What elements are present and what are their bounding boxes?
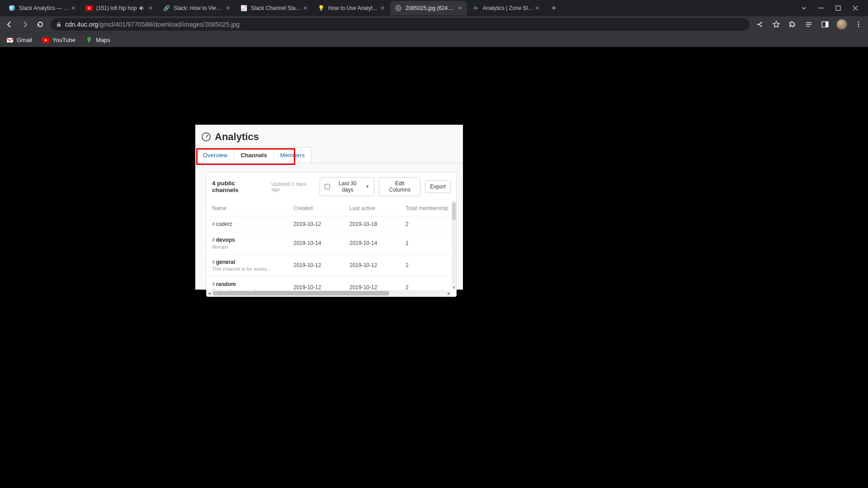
svg-rect-5	[475, 9, 476, 10]
analytics-header: Analytics	[195, 125, 463, 147]
tab-slack-howto[interactable]: 🔗 Slack: How to View Ch ✕	[158, 1, 235, 15]
date-range-dropdown[interactable]: Last 30 days ▼	[320, 177, 374, 196]
horizontal-scrollbar[interactable]: ◄ ►	[207, 290, 452, 296]
chevron-down-icon: ▼	[365, 184, 369, 189]
cell-last-active: 2019-10-14	[344, 232, 400, 254]
close-icon[interactable]: ✕	[224, 5, 231, 12]
lightbulb-icon: 💡	[317, 5, 325, 12]
channel-count-label: 4 public channels	[212, 180, 262, 193]
page-title: Analytics	[215, 131, 259, 143]
cell-last-active: 2019-10-12	[344, 254, 400, 277]
cell-created: 2019-10-12	[288, 254, 344, 277]
slack-icon	[472, 5, 479, 12]
back-button[interactable]	[5, 19, 14, 29]
bookmark-maps[interactable]: Maps	[85, 37, 110, 44]
gauge-icon	[202, 132, 211, 141]
tab-strip: 🧊 Slack Analytics — So ✕ (151) lofi hip …	[0, 0, 868, 16]
kebab-menu-icon[interactable]	[854, 19, 863, 29]
cell-total: 2	[400, 216, 456, 232]
col-created[interactable]: Created	[288, 201, 344, 216]
svg-point-15	[858, 24, 859, 25]
maximize-icon[interactable]	[835, 5, 842, 12]
close-icon[interactable]: ✕	[70, 5, 77, 12]
svg-rect-2	[473, 8, 475, 9]
table-header-row: Name Created Last active Total membershi…	[207, 201, 456, 216]
tab-slack-analytics[interactable]: 🧊 Slack Analytics — So ✕	[4, 1, 80, 15]
tab-title: Analytics | Zone Slack	[483, 5, 533, 11]
close-icon[interactable]: ✕	[456, 5, 463, 12]
tab-image-file[interactable]: 2085025.jpg (624×38 ✕	[390, 1, 467, 15]
bookmark-star-icon[interactable]	[771, 19, 781, 29]
svg-point-11	[757, 23, 759, 25]
col-name[interactable]: Name	[207, 201, 288, 216]
svg-point-10	[760, 25, 762, 27]
tab-slack-channel-stats[interactable]: 📈 Slack Channel Statistic ✕	[236, 1, 312, 15]
youtube-icon	[42, 37, 49, 44]
tab-title: How to Use Analytics	[328, 5, 379, 11]
close-icon[interactable]: ✕	[533, 5, 541, 12]
close-icon[interactable]: ✕	[302, 5, 309, 12]
svg-rect-3	[476, 8, 478, 9]
side-panel-icon[interactable]	[820, 19, 830, 29]
extensions-icon[interactable]	[788, 19, 797, 29]
table-row[interactable]: #coderz2019-10-122019-10-182	[207, 216, 456, 232]
calendar-icon	[325, 184, 330, 189]
scrollbar-thumb[interactable]	[213, 291, 389, 296]
hash-icon: #	[212, 221, 215, 227]
reading-list-icon[interactable]	[804, 19, 814, 29]
table-row[interactable]: #devopsdevops2019-10-142019-10-141	[207, 232, 456, 254]
svg-rect-8	[57, 24, 61, 27]
share-icon[interactable]	[755, 19, 765, 29]
analytics-screenshot: Analytics Overview Channels Members 4 pu…	[195, 125, 463, 290]
channels-table-wrap: Name Created Last active Total membershi…	[207, 201, 456, 296]
col-last-active[interactable]: Last active	[344, 201, 400, 216]
profile-avatar[interactable]	[836, 19, 847, 30]
cell-total: 2	[400, 254, 456, 277]
new-tab-button[interactable]: +	[547, 2, 560, 14]
window-controls	[800, 5, 864, 12]
vertical-scrollbar[interactable]: ▲ ▼	[452, 201, 456, 290]
bookmark-label: YouTube	[52, 37, 75, 43]
tab-search-icon[interactable]	[800, 5, 807, 12]
col-total[interactable]: Total membership	[400, 201, 456, 216]
svg-point-16	[858, 26, 859, 28]
edit-columns-button[interactable]: Edit Columns	[379, 177, 420, 196]
tab-analytics-zone-slack[interactable]: Analytics | Zone Slack ✕	[467, 1, 544, 15]
bookmark-label: Gmail	[17, 37, 32, 43]
tab-youtube-lofi[interactable]: (151) lofi hip hop ✕	[81, 1, 158, 15]
close-window-icon[interactable]	[852, 5, 859, 12]
tab-overview[interactable]: Overview	[196, 147, 234, 163]
minimize-icon[interactable]	[817, 5, 825, 12]
audio-playing-icon[interactable]	[139, 5, 145, 11]
channel-desc: This channel is for works...	[212, 266, 284, 272]
bookmark-label: Maps	[96, 37, 110, 43]
updated-text: Updated 2 days ago	[271, 181, 315, 192]
tab-how-to-use-analytics[interactable]: 💡 How to Use Analytics ✕	[313, 1, 390, 15]
tab-title: (151) lofi hip hop	[96, 5, 137, 11]
maps-icon	[85, 37, 93, 44]
address-bar[interactable]: cdn.4uc.org/gmcl/401/9770588/download/im…	[51, 18, 750, 31]
forward-button[interactable]	[20, 19, 30, 29]
close-icon[interactable]: ✕	[147, 5, 154, 12]
svg-point-19	[89, 38, 90, 39]
favicon-generic-icon: 🧊	[8, 5, 15, 12]
reload-button[interactable]	[35, 19, 45, 29]
svg-point-9	[760, 22, 762, 23]
close-icon[interactable]: ✕	[379, 5, 386, 12]
table-row[interactable]: #generalThis channel is for works...2019…	[207, 254, 456, 277]
scroll-right-icon[interactable]: ►	[446, 290, 452, 296]
bookmark-gmail[interactable]: Gmail	[6, 37, 32, 44]
tab-channels[interactable]: Channels	[234, 147, 274, 163]
channel-name: #devops	[212, 237, 288, 243]
cell-last-active: 2019-10-18	[344, 216, 400, 232]
scroll-down-icon[interactable]: ▼	[452, 285, 456, 290]
scrollbar-thumb[interactable]	[452, 202, 456, 221]
cell-created: 2019-10-12	[288, 216, 344, 232]
toolbar-right	[755, 19, 863, 30]
scroll-left-icon[interactable]: ◄	[207, 290, 212, 296]
export-button[interactable]: Export	[425, 180, 451, 193]
bookmarks-bar: Gmail YouTube Maps	[0, 33, 868, 47]
youtube-icon	[85, 5, 93, 12]
tab-members[interactable]: Members	[274, 147, 311, 163]
bookmark-youtube[interactable]: YouTube	[42, 37, 75, 44]
